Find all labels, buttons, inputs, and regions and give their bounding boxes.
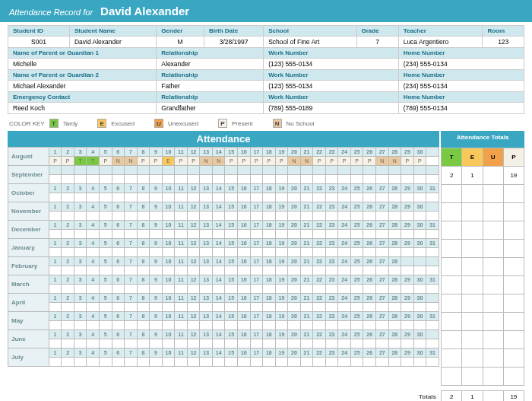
attendance-cell [350, 212, 363, 221]
day-number: 30 [413, 294, 426, 303]
attendance-cell [363, 212, 376, 221]
attendance-cell [74, 321, 87, 330]
day-number: 27 [376, 330, 389, 339]
day-number: 2 [62, 294, 74, 303]
day-number: 27 [376, 221, 389, 230]
day-number: 6 [112, 257, 125, 266]
day-number: 16 [238, 221, 251, 230]
attendance-cell [125, 303, 138, 312]
attendance-cell [62, 266, 74, 275]
day-number: 1 [49, 184, 62, 193]
attendance-cell [212, 230, 225, 239]
day-number: 30 [413, 312, 426, 321]
val-ec-home: (789) 555-0134 [398, 103, 524, 114]
day-number: 8 [137, 294, 150, 303]
day-number: 11 [175, 202, 188, 212]
day-number: 26 [363, 275, 376, 285]
attendance-cell [225, 303, 238, 312]
attendance-cell [49, 266, 62, 275]
attendance-cell [338, 285, 351, 294]
day-number: 12 [187, 294, 200, 303]
attendance-cell [150, 285, 163, 294]
day-number: 31 [426, 275, 439, 285]
totals-cell [462, 368, 483, 386]
day-number: 3 [74, 275, 87, 285]
day-number: 17 [250, 148, 263, 157]
day-number: 15 [225, 148, 238, 157]
attendance-cell [338, 212, 351, 221]
day-number: 30 [413, 148, 426, 157]
totals-cell [462, 294, 483, 313]
attendance-cell [87, 248, 100, 257]
label-student-name: Student Name [69, 26, 156, 37]
attendance-cell [338, 321, 351, 330]
attendance-cell [338, 230, 351, 239]
totals-cell [483, 203, 503, 221]
month-label: November [8, 202, 49, 221]
day-number: 11 [175, 257, 188, 266]
attendance-cell [62, 212, 74, 221]
day-number: 1 [49, 348, 62, 358]
day-number [300, 166, 313, 175]
attendance-cell [212, 358, 225, 367]
attendance-cell: P [263, 157, 276, 166]
day-number: 31 [426, 221, 439, 230]
val-grade: 7 [356, 37, 398, 48]
day-number: 4 [87, 221, 100, 230]
attendance-cell [250, 248, 263, 257]
attendance-cell [350, 285, 363, 294]
day-number: 6 [112, 275, 125, 285]
day-number: 16 [238, 239, 251, 248]
attendance-cell [187, 266, 200, 275]
day-number: 21 [300, 294, 313, 303]
day-number: 6 [112, 348, 125, 358]
day-number: 22 [313, 312, 326, 321]
attendance-cell [99, 248, 112, 257]
attendance-cell [99, 321, 112, 330]
day-number: 5 [99, 294, 112, 303]
attendance-cell [413, 285, 426, 294]
attendance-cell [49, 230, 62, 239]
day-number: 30 [413, 348, 426, 358]
day-number: 19 [275, 221, 288, 230]
attendance-cell: P [401, 157, 414, 166]
day-number: 6 [112, 221, 125, 230]
attendance-cell [263, 339, 276, 348]
attendance-cell [125, 175, 138, 184]
month-label: June [8, 330, 49, 348]
totals-cell [503, 313, 524, 331]
day-number: 6 [112, 148, 125, 157]
attendance-cell [212, 339, 225, 348]
attendance-cell [49, 175, 62, 184]
day-number: 8 [137, 148, 150, 157]
day-number: 10 [162, 330, 175, 339]
attendance-cell [238, 266, 251, 275]
attendance-cell [137, 248, 150, 257]
attendance-cell [212, 248, 225, 257]
day-number: 7 [125, 294, 138, 303]
day-number: 23 [325, 148, 338, 157]
day-number: 10 [162, 239, 175, 248]
attendance-cell [49, 358, 62, 367]
day-number: 7 [125, 275, 138, 285]
day-number: 5 [99, 348, 112, 358]
totals-cell [483, 368, 503, 386]
day-number: 23 [325, 294, 338, 303]
day-number: 22 [313, 294, 326, 303]
day-number: 9 [150, 330, 163, 339]
attendance-cell [187, 321, 200, 330]
totals-cell: 1 [462, 167, 483, 185]
attendance-cell [62, 339, 74, 348]
attendance-cell [87, 230, 100, 239]
day-number: 30 [413, 239, 426, 248]
day-number: 22 [313, 202, 326, 212]
attendance-cell [175, 266, 188, 275]
day-number: 4 [87, 275, 100, 285]
totals-cell [503, 240, 524, 258]
attendance-cell [87, 358, 100, 367]
attendance-cell [238, 230, 251, 239]
label-gender: Gender [157, 26, 204, 37]
day-number: 10 [162, 184, 175, 193]
attendance-cell [401, 230, 414, 239]
attendance-cell [212, 212, 225, 221]
